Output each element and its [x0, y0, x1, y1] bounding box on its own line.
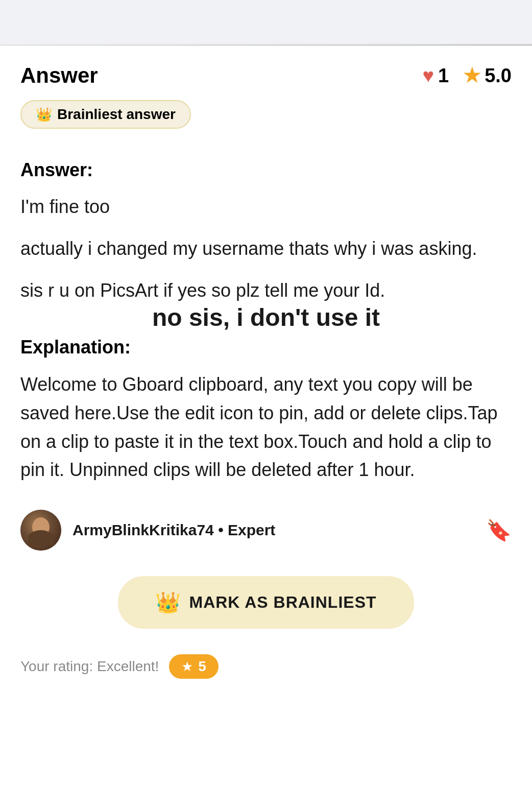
answer-content: Answer: I'm fine too actually i changed …	[20, 159, 512, 331]
heart-count: ♥ 1	[422, 65, 449, 87]
explanation-text: Welcome to Gboard clipboard, any text yo…	[20, 370, 512, 484]
username: ArmyBlinkKritika74 • Expert	[72, 521, 275, 539]
brainliest-label: Brainliest answer	[57, 106, 176, 123]
username-text: ArmyBlinkKritika74	[72, 521, 214, 538]
star-rating: ★ 5.0	[463, 64, 512, 87]
rating-badge: ★ 5	[169, 654, 219, 679]
avatar-image	[20, 510, 61, 551]
brainliest-button-label: MARK AS BRAINLIEST	[189, 593, 376, 612]
crown-small-icon: 👑	[36, 107, 52, 123]
user-role-text: Expert	[228, 521, 275, 538]
avatar	[20, 510, 61, 551]
answer-line1: I'm fine too	[20, 193, 512, 221]
star-number: 5.0	[485, 65, 512, 87]
rating-label: Your rating: Excellent!	[20, 658, 159, 675]
brainliest-badge: 👑 Brainliest answer	[20, 100, 191, 129]
overlay-text: no sis, i don't use it	[20, 303, 512, 331]
answer-line3: sis r u on PicsArt if yes so plz tell me…	[20, 277, 512, 304]
heart-number: 1	[438, 65, 449, 87]
crown-large-icon: 👑	[155, 590, 181, 614]
top-bar	[0, 0, 532, 45]
explanation-heading: Explanation:	[20, 337, 512, 358]
answer-header: Answer ♥ 1 ★ 5.0	[20, 63, 512, 88]
answer-section-title: Answer	[20, 63, 98, 88]
heart-icon: ♥	[422, 65, 434, 87]
rating-row: Your rating: Excellent! ★ 5	[20, 654, 512, 679]
explanation-section: Explanation: Welcome to Gboard clipboard…	[20, 337, 512, 484]
answer-heading: Answer:	[20, 159, 512, 181]
rating-star-icon: ★	[181, 659, 193, 675]
rating-score: 5	[198, 658, 206, 675]
answer-meta: ♥ 1 ★ 5.0	[422, 64, 512, 87]
answer-line2: actually i changed my username thats why…	[20, 235, 512, 263]
bookmark-icon[interactable]: 🔖	[486, 518, 512, 542]
user-info: ArmyBlinkKritika74 • Expert	[20, 510, 275, 551]
user-row: ArmyBlinkKritika74 • Expert 🔖	[20, 510, 512, 551]
separator-line	[0, 44, 532, 46]
mark-brainliest-button[interactable]: 👑 MARK AS BRAINLIEST	[118, 576, 414, 629]
star-icon: ★	[463, 64, 480, 87]
main-content: Answer ♥ 1 ★ 5.0 👑 Brainliest answer Ans…	[0, 45, 532, 709]
separator: •	[214, 521, 228, 538]
